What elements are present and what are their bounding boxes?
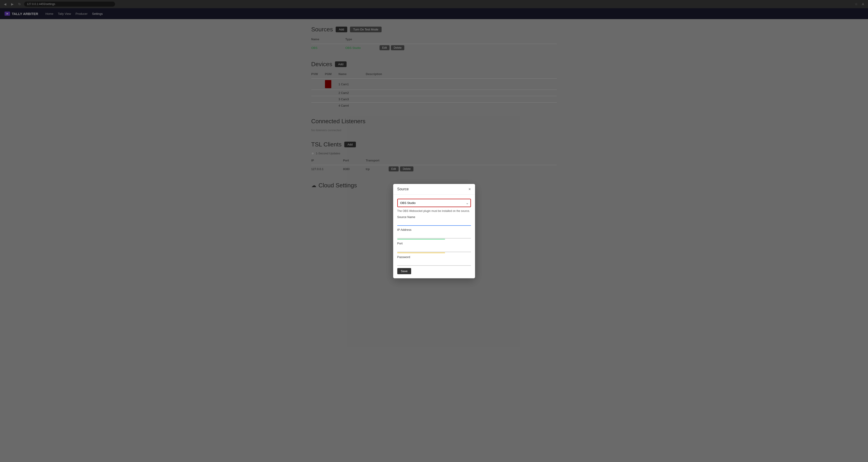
source-modal: Source × OBS Studio ⌄ The OBS Websocket …: [393, 184, 475, 278]
source-type-wrapper: OBS Studio ⌄: [397, 199, 471, 207]
port-group: Port: [397, 242, 471, 253]
modal-helper-text: The OBS Websocket plugin must be install…: [397, 209, 471, 213]
ip-address-input[interactable]: [397, 233, 471, 239]
modal-title: Source: [397, 187, 409, 191]
password-group: Password: [397, 255, 471, 266]
source-name-label: Source Name: [397, 215, 471, 219]
port-annotation-line: [397, 253, 445, 253]
password-input[interactable]: [397, 260, 471, 266]
source-name-input[interactable]: [397, 220, 471, 226]
port-input[interactable]: [397, 246, 471, 252]
password-label: Password: [397, 255, 471, 259]
source-name-group: Source Name: [397, 215, 471, 226]
ip-address-group: IP Address: [397, 228, 471, 239]
port-label: Port: [397, 242, 471, 245]
modal-close-button[interactable]: ×: [468, 187, 471, 191]
modal-body: OBS Studio ⌄ The OBS Websocket plugin mu…: [393, 195, 475, 278]
modal-save-button[interactable]: Save: [397, 268, 411, 274]
ip-annotation-line: [397, 239, 445, 239]
source-type-select[interactable]: OBS Studio: [398, 199, 470, 207]
modal-overlay[interactable]: Source × OBS Studio ⌄ The OBS Websocket …: [0, 0, 868, 462]
ip-address-label: IP Address: [397, 228, 471, 232]
modal-header: Source ×: [393, 184, 475, 195]
